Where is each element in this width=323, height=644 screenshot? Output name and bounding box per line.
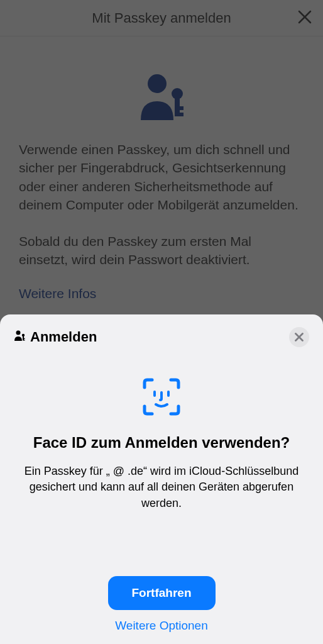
sheet-close-button[interactable] — [289, 327, 309, 347]
sheet-actions: Fortfahren Weitere Optionen — [14, 576, 309, 633]
svg-rect-10 — [23, 338, 25, 340]
sheet-header: Anmelden — [14, 327, 309, 347]
sheet-title: Anmelden — [30, 329, 97, 345]
close-icon — [295, 333, 304, 341]
svg-point-7 — [16, 331, 21, 335]
continue-button[interactable]: Fortfahren — [108, 576, 216, 610]
faceid-icon — [14, 377, 309, 416]
more-options-button[interactable]: Weitere Optionen — [115, 619, 208, 633]
svg-rect-11 — [23, 340, 25, 341]
signin-sheet: Anmelden Face ID zum Anmelden verwenden?… — [0, 314, 323, 644]
sheet-body-text: Ein Passkey für „ @ .de“ wird im iCloud-… — [14, 464, 309, 511]
passkey-small-icon — [14, 330, 26, 345]
sheet-heading: Face ID zum Anmelden verwenden? — [14, 433, 309, 452]
